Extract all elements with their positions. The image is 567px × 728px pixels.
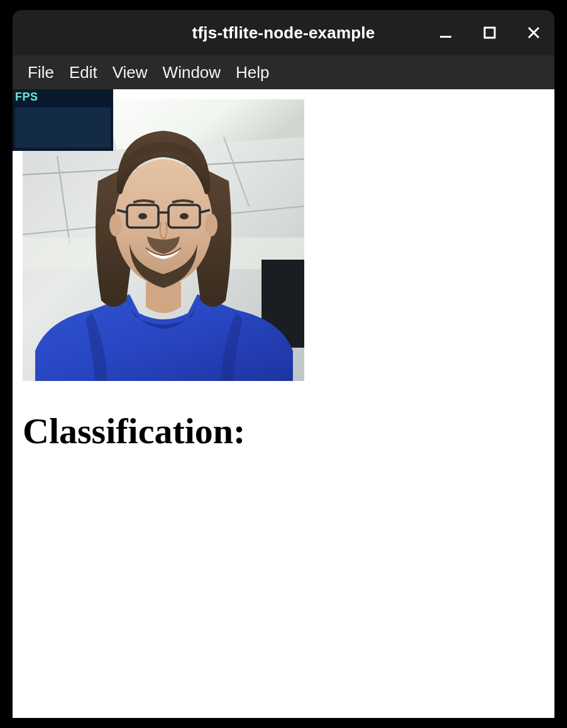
svg-point-12: [114, 159, 212, 285]
svg-point-21: [180, 213, 189, 219]
titlebar: tfjs-tflite-node-example: [13, 10, 554, 55]
svg-point-13: [109, 214, 122, 236]
menubar: File Edit View Window Help: [13, 55, 554, 89]
menu-window[interactable]: Window: [155, 59, 228, 86]
svg-point-20: [138, 213, 147, 219]
classification-heading: Classification:: [23, 410, 245, 452]
svg-rect-1: [485, 28, 495, 38]
menu-file[interactable]: File: [20, 59, 62, 86]
app-window: tfjs-tflite-node-example File Edit: [13, 10, 554, 718]
svg-rect-0: [440, 36, 451, 38]
fps-overlay: FPS: [13, 89, 113, 151]
window-controls: [436, 10, 543, 55]
window-title: tfjs-tflite-node-example: [192, 23, 375, 43]
svg-point-14: [205, 214, 217, 236]
maximize-icon: [483, 26, 496, 39]
close-button[interactable]: [524, 23, 543, 42]
fps-graph: [15, 108, 111, 148]
minimize-icon: [439, 26, 453, 40]
close-icon: [527, 26, 541, 40]
fps-label: FPS: [13, 89, 113, 105]
content-area: FPS Classification:: [13, 89, 554, 718]
menu-help[interactable]: Help: [228, 59, 277, 86]
maximize-button[interactable]: [480, 23, 499, 42]
minimize-button[interactable]: [436, 23, 455, 42]
menu-view[interactable]: View: [105, 59, 155, 86]
menu-edit[interactable]: Edit: [62, 59, 105, 86]
